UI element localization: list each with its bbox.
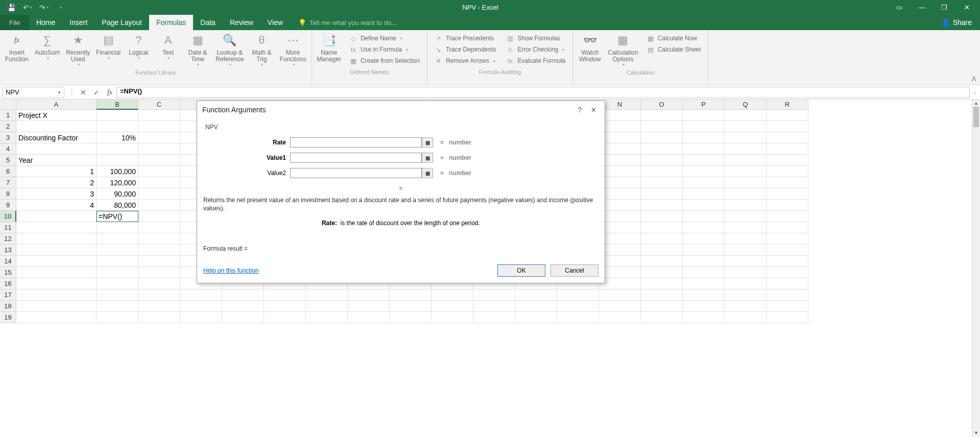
cell-Q10[interactable] [725, 211, 767, 222]
cell-O6[interactable] [641, 166, 683, 177]
cell-C19[interactable] [138, 312, 180, 323]
cell-G18[interactable] [306, 301, 348, 312]
row-header-4[interactable]: 4 [0, 143, 16, 155]
cell-Q3[interactable] [725, 132, 767, 143]
cell-A9[interactable]: 4 [16, 200, 97, 211]
arg-input-rate[interactable] [290, 137, 422, 148]
cell-B9[interactable]: 80,000 [97, 200, 138, 211]
cell-C4[interactable] [138, 143, 180, 155]
arg-input-value2[interactable] [290, 168, 422, 178]
cell-C3[interactable] [138, 132, 180, 143]
cell-M18[interactable] [557, 301, 599, 312]
cell-A16[interactable] [16, 278, 97, 289]
cell-C10[interactable] [138, 211, 180, 222]
autosum-button[interactable]: ∑AutoSum▾ [32, 31, 63, 68]
cell-Q12[interactable] [725, 233, 767, 245]
cell-L19[interactable] [515, 312, 557, 323]
cell-P9[interactable] [683, 200, 725, 211]
cell-H19[interactable] [348, 312, 390, 323]
cell-I19[interactable] [390, 312, 432, 323]
cell-N12[interactable] [599, 233, 641, 245]
cell-R3[interactable] [767, 132, 808, 143]
qat-customize-icon[interactable]: ▾ [54, 3, 66, 13]
cell-G17[interactable] [306, 289, 348, 301]
cell-Q14[interactable] [725, 256, 767, 267]
financial-button[interactable]: ▤Financial▾ [93, 31, 124, 68]
cell-P7[interactable] [683, 177, 725, 188]
cell-A2[interactable] [16, 121, 97, 132]
cell-O3[interactable] [641, 132, 683, 143]
cell-M17[interactable] [557, 289, 599, 301]
save-icon[interactable]: 💾 [5, 3, 17, 13]
cell-G19[interactable] [306, 312, 348, 323]
cell-A12[interactable] [16, 233, 97, 245]
logical-button[interactable]: ?Logical▾ [124, 31, 153, 68]
tab-page-layout[interactable]: Page Layout [94, 15, 149, 30]
cell-R14[interactable] [767, 256, 808, 267]
tab-home[interactable]: Home [29, 15, 62, 30]
cell-R9[interactable] [767, 200, 808, 211]
cell-R18[interactable] [767, 301, 808, 312]
column-header-R[interactable]: R [767, 100, 808, 110]
chevron-down-icon[interactable]: ▾ [58, 90, 61, 95]
cell-N17[interactable] [599, 289, 641, 301]
cell-B14[interactable] [97, 256, 138, 267]
cell-O5[interactable] [641, 155, 683, 166]
cell-P5[interactable] [683, 155, 725, 166]
cell-B19[interactable] [97, 312, 138, 323]
name-manager-button[interactable]: 📑Name Manager [314, 31, 344, 68]
cell-Q9[interactable] [725, 200, 767, 211]
cell-B10[interactable]: =NPV() [97, 211, 138, 222]
cell-F19[interactable] [264, 312, 306, 323]
cell-R2[interactable] [767, 121, 808, 132]
cell-P16[interactable] [683, 278, 725, 289]
cell-N11[interactable] [599, 222, 641, 233]
row-header-19[interactable]: 19 [0, 312, 16, 323]
cell-P1[interactable] [683, 110, 725, 121]
cell-M19[interactable] [557, 312, 599, 323]
row-header-6[interactable]: 6 [0, 166, 16, 177]
cell-P15[interactable] [683, 267, 725, 278]
row-header-17[interactable]: 17 [0, 289, 16, 301]
cell-C11[interactable] [138, 222, 180, 233]
cell-N15[interactable] [599, 267, 641, 278]
cell-N4[interactable] [599, 143, 641, 155]
cell-B18[interactable] [97, 301, 138, 312]
cancel-formula-button[interactable]: ✕ [77, 88, 90, 96]
cell-P2[interactable] [683, 121, 725, 132]
define-name-button[interactable]: ◇Define Name▾ [347, 33, 422, 43]
cell-R12[interactable] [767, 233, 808, 245]
use-in-formula-button[interactable]: fxUse in Formula▾ [347, 44, 422, 55]
cell-Q19[interactable] [725, 312, 767, 323]
cell-A11[interactable] [16, 222, 97, 233]
cell-O19[interactable] [641, 312, 683, 323]
help-link[interactable]: Help on this function [203, 267, 259, 274]
cell-O10[interactable] [641, 211, 683, 222]
trace-precedents-button[interactable]: ↗Trace Precedents [433, 33, 498, 43]
cell-N7[interactable] [599, 177, 641, 188]
cell-A1[interactable]: Project X [16, 110, 97, 121]
cell-R13[interactable] [767, 245, 808, 256]
tab-review[interactable]: Review [223, 15, 260, 30]
cell-R16[interactable] [767, 278, 808, 289]
cell-C14[interactable] [138, 256, 180, 267]
cell-C16[interactable] [138, 278, 180, 289]
cell-A17[interactable] [16, 289, 97, 301]
maximize-icon[interactable]: ❐ [934, 1, 954, 15]
cell-R7[interactable] [767, 177, 808, 188]
cell-O9[interactable] [641, 200, 683, 211]
cell-P4[interactable] [683, 143, 725, 155]
scrollbar-thumb[interactable] [973, 107, 979, 127]
cell-Q16[interactable] [725, 278, 767, 289]
cell-N19[interactable] [599, 312, 641, 323]
cell-B11[interactable] [97, 222, 138, 233]
range-selector-icon[interactable]: ▦ [422, 153, 433, 163]
cell-O7[interactable] [641, 177, 683, 188]
cell-L17[interactable] [515, 289, 557, 301]
cancel-button[interactable]: Cancel [551, 264, 599, 277]
cell-Q17[interactable] [725, 289, 767, 301]
column-header-Q[interactable]: Q [725, 100, 767, 110]
cell-D17[interactable] [180, 289, 222, 301]
cell-C12[interactable] [138, 233, 180, 245]
calc-options-button[interactable]: ▦Calculation Options▾ [605, 31, 641, 68]
